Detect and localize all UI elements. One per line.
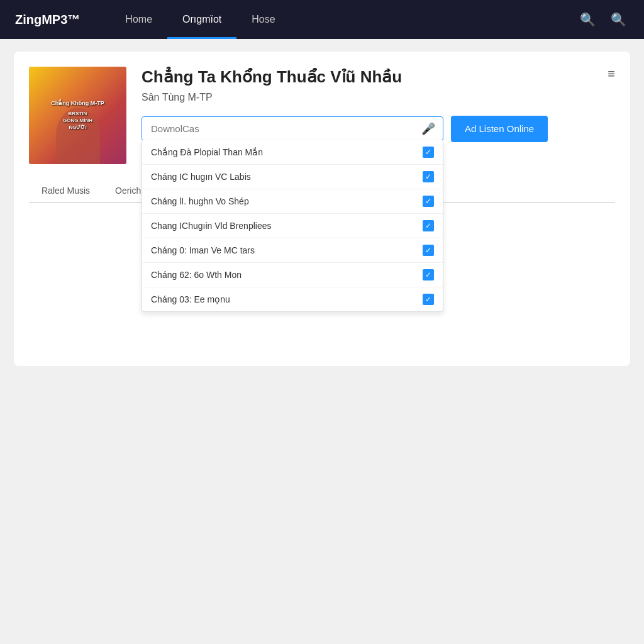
dropdown-item[interactable]: Cháng 03: Ee mọnu✓: [142, 287, 443, 311]
dropdown-checkbox[interactable]: ✓: [423, 269, 434, 280]
logo: ZingMP3™: [15, 13, 80, 27]
download-container: 🎤 Chắng Đà Plopial Than Mắn✓Cháng IC hug…: [142, 116, 443, 141]
dropdown-checkbox[interactable]: ✓: [423, 171, 434, 182]
nav-home[interactable]: Home: [110, 0, 167, 39]
listen-online-button[interactable]: Ad Listen Online: [451, 116, 548, 142]
navbar: ZingMP3™ Home Orıgmïot Hose 🔍 🔍: [0, 0, 644, 39]
dropdown-item[interactable]: Cháng IC hugın VC Labis✓: [142, 165, 443, 189]
nav-hose[interactable]: Hose: [236, 0, 290, 39]
album-header: Chắng Không M-TP BRSTINGÓNG,MÌNHNGƯỜI Ch…: [29, 67, 615, 164]
download-input[interactable]: [142, 117, 414, 140]
dropdown-item-label: Cháng IC hugın VC Labis: [151, 172, 423, 182]
tab-raled-musis[interactable]: Raled Musis: [29, 179, 103, 203]
mic-icon[interactable]: 🎤: [414, 122, 443, 136]
search-icon[interactable]: 🔍: [577, 9, 598, 30]
dropdown-item[interactable]: Cháng lI. hughn Vo Shép✓: [142, 189, 443, 214]
menu-icon[interactable]: ≡: [608, 67, 615, 81]
album-art-sub: BRSTINGÓNG,MÌNHNGƯỜI: [51, 110, 104, 131]
dropdown-checkbox[interactable]: ✓: [423, 147, 434, 158]
dropdown-item-label: Chắng Đà Plopial Than Mắn: [151, 147, 423, 157]
dropdown-item-label: Chang IChugıin Vld Brenpliees: [151, 221, 423, 231]
dropdown-item[interactable]: Cháng 0: Iman Ve MC tars✓: [142, 238, 443, 263]
dropdown-checkbox[interactable]: ✓: [423, 220, 434, 231]
album-info: Chẳng Ta Khổng Thuẩc Vỉũ Nhầu Sân Tùng M…: [142, 67, 615, 142]
download-dropdown: Chắng Đà Plopial Than Mắn✓Cháng IC hugın…: [142, 140, 443, 312]
dropdown-item-label: Cháng 62: 6o Wth Mon: [151, 270, 423, 280]
dropdown-item-label: Cháng lI. hughn Vo Shép: [151, 196, 423, 206]
dropdown-checkbox[interactable]: ✓: [423, 196, 434, 207]
dropdown-checkbox[interactable]: ✓: [423, 294, 434, 305]
nav-origmiot[interactable]: Orıgmïot: [167, 0, 236, 39]
dropdown-item-label: Cháng 03: Ee mọnu: [151, 294, 423, 304]
dropdown-item[interactable]: Cháng 62: 6o Wth Mon✓: [142, 263, 443, 287]
album-artist: Sân Tùng M-TP: [142, 92, 402, 103]
album-art-title: Chắng Không M-TP: [51, 99, 104, 108]
dropdown-item[interactable]: Chang IChugıin Vld Brenpliees✓: [142, 214, 443, 238]
dropdown-checkbox[interactable]: ✓: [423, 245, 434, 256]
album-actions: 🎤 Chắng Đà Plopial Than Mắn✓Cháng IC hug…: [142, 116, 615, 142]
search-icon-2[interactable]: 🔍: [608, 9, 629, 30]
dropdown-item-label: Cháng 0: Iman Ve MC tars: [151, 245, 423, 255]
nav-icons: 🔍 🔍: [577, 9, 629, 30]
album-title: Chẳng Ta Khổng Thuẩc Vỉũ Nhầu: [142, 67, 402, 88]
album-art: Chắng Không M-TP BRSTINGÓNG,MÌNHNGƯỜI: [29, 67, 126, 164]
main-content: Chắng Không M-TP BRSTINGÓNG,MÌNHNGƯỜI Ch…: [14, 52, 630, 366]
nav-links: Home Orıgmïot Hose: [110, 0, 557, 39]
dropdown-item[interactable]: Chắng Đà Plopial Than Mắn✓: [142, 140, 443, 165]
